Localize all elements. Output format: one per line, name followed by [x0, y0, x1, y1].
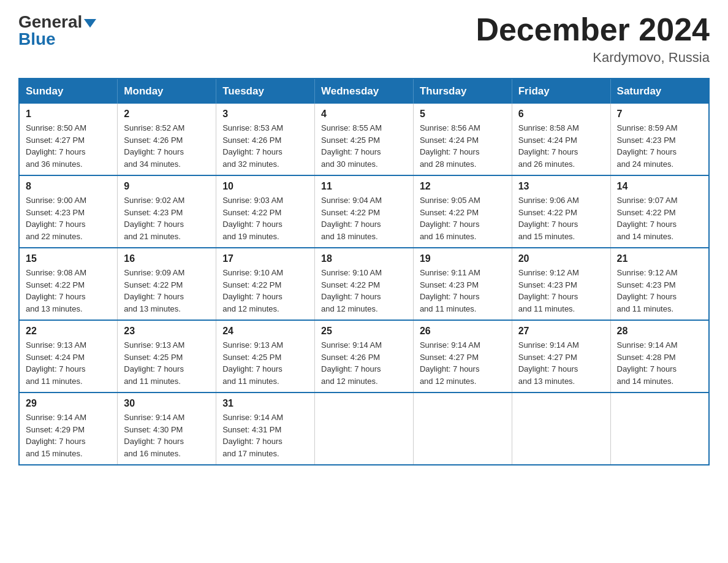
- calendar-week-2: 8Sunrise: 9:00 AMSunset: 4:23 PMDaylight…: [19, 175, 709, 248]
- day-number: 15: [26, 253, 111, 264]
- day-info: Sunrise: 9:03 AMSunset: 4:22 PMDaylight:…: [222, 194, 308, 242]
- day-number: 13: [518, 181, 604, 192]
- day-info: Sunrise: 8:59 AMSunset: 4:23 PMDaylight:…: [617, 122, 702, 170]
- day-info: Sunrise: 9:10 AMSunset: 4:22 PMDaylight:…: [222, 267, 308, 315]
- day-number: 11: [321, 181, 407, 192]
- table-row: 14Sunrise: 9:07 AMSunset: 4:22 PMDayligh…: [610, 175, 709, 248]
- header-sunday: Sunday: [19, 79, 118, 104]
- day-info: Sunrise: 9:14 AMSunset: 4:27 PMDaylight:…: [518, 339, 604, 387]
- day-info: Sunrise: 9:14 AMSunset: 4:28 PMDaylight:…: [617, 339, 702, 387]
- day-info: Sunrise: 9:08 AMSunset: 4:22 PMDaylight:…: [26, 267, 111, 315]
- day-info: Sunrise: 9:00 AMSunset: 4:23 PMDaylight:…: [26, 194, 111, 242]
- day-number: 12: [420, 181, 506, 192]
- table-row: 20Sunrise: 9:12 AMSunset: 4:23 PMDayligh…: [512, 248, 610, 320]
- logo-arrow-icon: [84, 19, 96, 28]
- table-row: [512, 393, 610, 465]
- table-row: 2Sunrise: 8:52 AMSunset: 4:26 PMDaylight…: [118, 104, 216, 175]
- table-row: 16Sunrise: 9:09 AMSunset: 4:22 PMDayligh…: [118, 248, 216, 320]
- location-subtitle: Kardymovo, Russia: [476, 50, 710, 66]
- table-row: [315, 393, 414, 465]
- day-info: Sunrise: 9:13 AMSunset: 4:25 PMDaylight:…: [222, 339, 308, 387]
- table-row: 17Sunrise: 9:10 AMSunset: 4:22 PMDayligh…: [216, 248, 315, 320]
- day-info: Sunrise: 9:11 AMSunset: 4:23 PMDaylight:…: [420, 267, 506, 315]
- table-row: 1Sunrise: 8:50 AMSunset: 4:27 PMDaylight…: [19, 104, 118, 175]
- table-row: 11Sunrise: 9:04 AMSunset: 4:22 PMDayligh…: [315, 175, 414, 248]
- calendar-table: Sunday Monday Tuesday Wednesday Thursday…: [18, 78, 710, 465]
- table-row: 12Sunrise: 9:05 AMSunset: 4:22 PMDayligh…: [413, 175, 512, 248]
- day-info: Sunrise: 8:52 AMSunset: 4:26 PMDaylight:…: [124, 122, 210, 170]
- day-number: 10: [222, 181, 308, 192]
- day-info: Sunrise: 9:06 AMSunset: 4:22 PMDaylight:…: [518, 194, 604, 242]
- table-row: [413, 393, 512, 465]
- table-row: 22Sunrise: 9:13 AMSunset: 4:24 PMDayligh…: [19, 320, 118, 393]
- day-info: Sunrise: 9:14 AMSunset: 4:27 PMDaylight:…: [420, 339, 506, 387]
- table-row: 10Sunrise: 9:03 AMSunset: 4:22 PMDayligh…: [216, 175, 315, 248]
- day-number: 26: [420, 326, 506, 337]
- table-row: 30Sunrise: 9:14 AMSunset: 4:30 PMDayligh…: [118, 393, 216, 465]
- day-info: Sunrise: 9:07 AMSunset: 4:22 PMDaylight:…: [617, 194, 702, 242]
- day-number: 14: [617, 181, 702, 192]
- day-number: 29: [26, 398, 111, 409]
- day-number: 23: [124, 326, 210, 337]
- header-monday: Monday: [118, 79, 216, 104]
- logo: General Blue: [18, 12, 96, 49]
- day-number: 1: [26, 109, 111, 120]
- day-number: 8: [26, 181, 111, 192]
- table-row: 3Sunrise: 8:53 AMSunset: 4:26 PMDaylight…: [216, 104, 315, 175]
- table-row: 28Sunrise: 9:14 AMSunset: 4:28 PMDayligh…: [610, 320, 709, 393]
- day-number: 7: [617, 109, 702, 120]
- day-info: Sunrise: 9:05 AMSunset: 4:22 PMDaylight:…: [420, 194, 506, 242]
- table-row: 21Sunrise: 9:12 AMSunset: 4:23 PMDayligh…: [610, 248, 709, 320]
- calendar-week-5: 29Sunrise: 9:14 AMSunset: 4:29 PMDayligh…: [19, 393, 709, 465]
- day-info: Sunrise: 8:55 AMSunset: 4:25 PMDaylight:…: [321, 122, 407, 170]
- calendar-header-row: Sunday Monday Tuesday Wednesday Thursday…: [19, 79, 709, 104]
- table-row: 13Sunrise: 9:06 AMSunset: 4:22 PMDayligh…: [512, 175, 610, 248]
- header-friday: Friday: [512, 79, 610, 104]
- day-info: Sunrise: 9:04 AMSunset: 4:22 PMDaylight:…: [321, 194, 407, 242]
- day-number: 21: [617, 253, 702, 264]
- header-tuesday: Tuesday: [216, 79, 315, 104]
- table-row: 23Sunrise: 9:13 AMSunset: 4:25 PMDayligh…: [118, 320, 216, 393]
- page-header: General Blue December 2024 Kardymovo, Ru…: [18, 12, 710, 66]
- day-number: 4: [321, 109, 407, 120]
- day-info: Sunrise: 9:14 AMSunset: 4:30 PMDaylight:…: [124, 412, 210, 459]
- table-row: 27Sunrise: 9:14 AMSunset: 4:27 PMDayligh…: [512, 320, 610, 393]
- day-info: Sunrise: 9:13 AMSunset: 4:24 PMDaylight:…: [26, 339, 111, 387]
- day-number: 22: [26, 326, 111, 337]
- day-info: Sunrise: 9:12 AMSunset: 4:23 PMDaylight:…: [518, 267, 604, 315]
- day-info: Sunrise: 9:13 AMSunset: 4:25 PMDaylight:…: [124, 339, 210, 387]
- day-number: 24: [222, 326, 308, 337]
- day-number: 31: [222, 398, 308, 409]
- table-row: 19Sunrise: 9:11 AMSunset: 4:23 PMDayligh…: [413, 248, 512, 320]
- title-section: December 2024 Kardymovo, Russia: [476, 12, 710, 66]
- table-row: 24Sunrise: 9:13 AMSunset: 4:25 PMDayligh…: [216, 320, 315, 393]
- table-row: 8Sunrise: 9:00 AMSunset: 4:23 PMDaylight…: [19, 175, 118, 248]
- calendar-week-3: 15Sunrise: 9:08 AMSunset: 4:22 PMDayligh…: [19, 248, 709, 320]
- calendar-week-4: 22Sunrise: 9:13 AMSunset: 4:24 PMDayligh…: [19, 320, 709, 393]
- table-row: 31Sunrise: 9:14 AMSunset: 4:31 PMDayligh…: [216, 393, 315, 465]
- day-info: Sunrise: 8:53 AMSunset: 4:26 PMDaylight:…: [222, 122, 308, 170]
- header-thursday: Thursday: [413, 79, 512, 104]
- day-info: Sunrise: 9:14 AMSunset: 4:31 PMDaylight:…: [222, 412, 308, 459]
- calendar-week-1: 1Sunrise: 8:50 AMSunset: 4:27 PMDaylight…: [19, 104, 709, 175]
- table-row: 7Sunrise: 8:59 AMSunset: 4:23 PMDaylight…: [610, 104, 709, 175]
- day-info: Sunrise: 9:14 AMSunset: 4:29 PMDaylight:…: [26, 412, 111, 459]
- table-row: 5Sunrise: 8:56 AMSunset: 4:24 PMDaylight…: [413, 104, 512, 175]
- day-number: 9: [124, 181, 210, 192]
- day-number: 17: [222, 253, 308, 264]
- day-number: 19: [420, 253, 506, 264]
- day-info: Sunrise: 8:50 AMSunset: 4:27 PMDaylight:…: [26, 122, 111, 170]
- day-number: 18: [321, 253, 407, 264]
- table-row: 9Sunrise: 9:02 AMSunset: 4:23 PMDaylight…: [118, 175, 216, 248]
- day-info: Sunrise: 9:14 AMSunset: 4:26 PMDaylight:…: [321, 339, 407, 387]
- day-number: 6: [518, 109, 604, 120]
- table-row: [610, 393, 709, 465]
- day-info: Sunrise: 9:02 AMSunset: 4:23 PMDaylight:…: [124, 194, 210, 242]
- table-row: 29Sunrise: 9:14 AMSunset: 4:29 PMDayligh…: [19, 393, 118, 465]
- day-number: 2: [124, 109, 210, 120]
- table-row: 18Sunrise: 9:10 AMSunset: 4:22 PMDayligh…: [315, 248, 414, 320]
- table-row: 26Sunrise: 9:14 AMSunset: 4:27 PMDayligh…: [413, 320, 512, 393]
- day-info: Sunrise: 9:12 AMSunset: 4:23 PMDaylight:…: [617, 267, 702, 315]
- header-wednesday: Wednesday: [315, 79, 414, 104]
- day-info: Sunrise: 9:10 AMSunset: 4:22 PMDaylight:…: [321, 267, 407, 315]
